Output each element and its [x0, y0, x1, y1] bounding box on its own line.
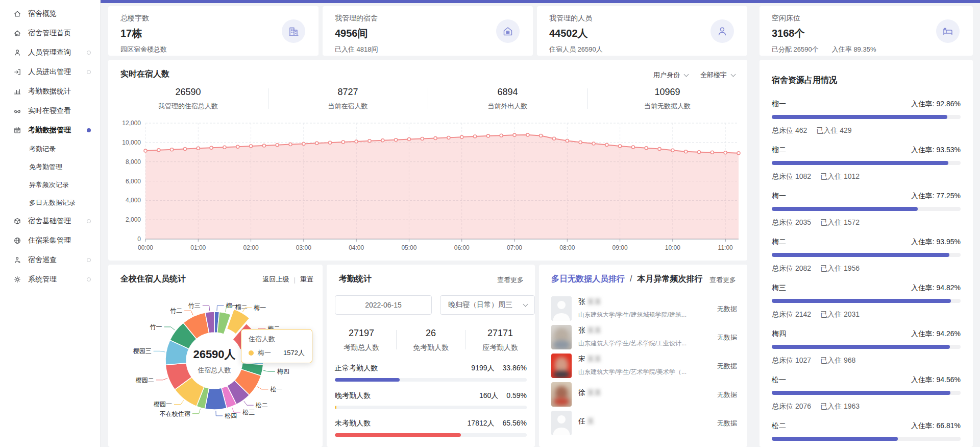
- expand-circle-icon[interactable]: [87, 70, 91, 74]
- divider: |: [294, 276, 296, 284]
- occupied-beds: 已入住 1012: [820, 172, 860, 181]
- sidebar-item[interactable]: 宿舍基础管理: [0, 211, 100, 231]
- stat-value: 27171: [465, 328, 535, 339]
- ranking-row: 任某无数据: [551, 411, 737, 439]
- person-org: 山东建筑大学/学生/建筑城规学院/建筑...: [578, 311, 687, 319]
- tab-no-data-ranking[interactable]: 多日无数据人员排行: [551, 274, 625, 285]
- sidebar: 宿舍概览宿舍管理首页人员管理查询人员进出管理考勤数据统计实时在寝查看考勤数据管理…: [0, 0, 101, 447]
- house-icon: [496, 19, 520, 43]
- sidebar-item-label: 系统管理: [28, 275, 57, 284]
- avatar: [551, 354, 572, 378]
- attendance-type-select[interactable]: 晚归寝（日常）周三: [440, 295, 535, 315]
- svg-text:竹二: 竹二: [170, 307, 182, 314]
- ranking-panel: 多日无数据人员排行 / 本月异常频次排行 查看更多 张某某山东建筑大学/学生/建…: [539, 265, 747, 447]
- ranking-more-link[interactable]: 查看更多: [709, 275, 736, 285]
- sidebar-item[interactable]: 住宿采集管理: [0, 231, 100, 250]
- progress-values: 160人0.59%: [479, 391, 527, 401]
- building-name: 松一: [772, 375, 786, 385]
- ranking-row: 宋某某山东建筑大学/学生/艺术学院/美术学（...无数据: [551, 354, 737, 382]
- expand-circle-icon[interactable]: [87, 51, 91, 55]
- reset-link[interactable]: 重置: [300, 275, 313, 284]
- stat-label: 免考勤人数: [396, 343, 465, 352]
- person-surname: 宋: [578, 355, 585, 364]
- progress-values: 17812人65.56%: [468, 419, 527, 428]
- tooltip-title: 住宿人数: [249, 335, 305, 344]
- ranking-info: 宋某某山东建筑大学/学生/艺术学院/美术学（...: [578, 354, 687, 377]
- expand-circle-icon[interactable]: [87, 258, 91, 262]
- building-select[interactable]: 全部楼宇: [700, 70, 735, 80]
- sidebar-item[interactable]: 实时在寝查看: [0, 101, 100, 121]
- expand-circle-icon[interactable]: [87, 277, 91, 281]
- card-subtext: 已分配 26590个入住率 89.35%: [772, 45, 961, 54]
- sidebar-item[interactable]: 考勤数据统计: [0, 82, 100, 101]
- building-name: 榴一: [772, 100, 786, 109]
- resource-row-head: 梅四入住率: 94.26%: [772, 330, 961, 339]
- status-badge: 无数据: [717, 362, 737, 371]
- stat-label: 当前无数据人数: [587, 102, 747, 111]
- building-name: 梅一: [772, 192, 786, 201]
- sidebar-item-label: 住宿采集管理: [28, 236, 71, 245]
- stat-card: 空闲床位3168个已分配 26590个入住率 89.35%: [760, 6, 973, 56]
- card-subtext: 已入住 4818间: [335, 45, 521, 54]
- person-name-redacted: 某某: [587, 297, 601, 307]
- total-beds: 总床位 1027: [772, 356, 811, 365]
- sidebar-item[interactable]: 人员管理查询: [0, 43, 100, 62]
- sidebar-item-label: 宿舍基础管理: [28, 217, 71, 226]
- glasses-icon: [13, 107, 21, 115]
- exit-icon: [13, 68, 21, 76]
- occupancy-rate: 入住率: 94.56%: [911, 375, 961, 385]
- card-value: 17栋: [120, 27, 306, 40]
- sidebar-item[interactable]: 宿舍巡查: [0, 250, 100, 270]
- sidebar-item[interactable]: 宿舍概览: [0, 4, 100, 23]
- resource-row-head: 梅二入住率: 93.95%: [772, 238, 961, 247]
- svg-text:03:00: 03:00: [296, 244, 311, 251]
- progress-percent: 0.59%: [506, 391, 527, 401]
- tooltip-series-value: 1572人: [283, 348, 305, 358]
- progress-percent: 33.86%: [503, 364, 527, 373]
- occupancy-track: [772, 391, 961, 395]
- stat-label: 考勤总人数: [327, 343, 396, 352]
- ranking-info: 张某某山东建筑大学/学生/艺术学院/工业设计...: [578, 325, 687, 348]
- bar-chart-icon: [13, 87, 21, 96]
- chevron-down-icon: [731, 72, 736, 77]
- calendar-icon: [13, 126, 21, 134]
- sidebar-item[interactable]: 人员进出管理: [0, 62, 100, 82]
- occupied-beds: 已入住 1956: [820, 264, 860, 273]
- occupancy-track: [772, 115, 961, 119]
- building-name: 榴二: [772, 146, 786, 155]
- ranking-info: 徐某某: [578, 382, 601, 397]
- expand-circle-icon[interactable]: [87, 219, 91, 223]
- stat-value: 26: [396, 328, 465, 339]
- attendance-more-link[interactable]: 查看更多: [497, 275, 524, 285]
- sidebar-item[interactable]: 系统管理: [0, 270, 100, 289]
- total-beds: 总床位 2142: [772, 310, 811, 319]
- ranking-info: 张某某山东建筑大学/学生/建筑城规学院/建筑...: [578, 296, 687, 319]
- occupancy-fill: [772, 161, 948, 165]
- resource-row-head: 松二入住率: 66.81%: [772, 421, 961, 431]
- bed-icon: [936, 19, 960, 43]
- occupancy-track: [772, 437, 961, 441]
- occupancy-rate: 入住率: 94.82%: [911, 284, 961, 293]
- sidebar-subitem[interactable]: 多日无数据记录: [0, 194, 100, 211]
- user-identity-select[interactable]: 用户身份: [653, 70, 688, 80]
- stat-label: 当前在宿人数: [268, 102, 428, 111]
- occupancy-track: [772, 299, 961, 303]
- sidebar-item[interactable]: 考勤数据管理: [0, 121, 100, 140]
- dorm-resources-panel: 宿舍资源占用情况 榴一入住率: 92.86%总床位 462已入住 429榴二入住…: [760, 60, 973, 447]
- select-label: 用户身份: [653, 70, 680, 80]
- sidebar-subitem[interactable]: 异常频次记录: [0, 176, 100, 194]
- sidebar-item[interactable]: 宿舍管理首页: [0, 23, 100, 43]
- sidebar-subitem[interactable]: 免考勤管理: [0, 158, 100, 176]
- card-value: 4956间: [335, 27, 521, 40]
- top-accent-strip: [101, 0, 980, 3]
- svg-text:6,000: 6,000: [126, 178, 141, 185]
- sidebar-subitem[interactable]: 考勤记录: [0, 140, 100, 158]
- beds-line: 总床位 462已入住 429: [772, 126, 961, 135]
- progress-track: [335, 433, 527, 437]
- back-to-parent-link[interactable]: 返回上级: [263, 275, 289, 284]
- stat-label: 我管理的住宿总人数: [108, 102, 268, 111]
- progress-values: 9199人33.86%: [471, 364, 527, 373]
- tab-monthly-abnormal-ranking[interactable]: 本月异常频次排行: [637, 274, 702, 285]
- occupancy-rate: 入住率: 77.25%: [911, 192, 961, 201]
- date-picker[interactable]: 2022-06-15: [335, 295, 432, 315]
